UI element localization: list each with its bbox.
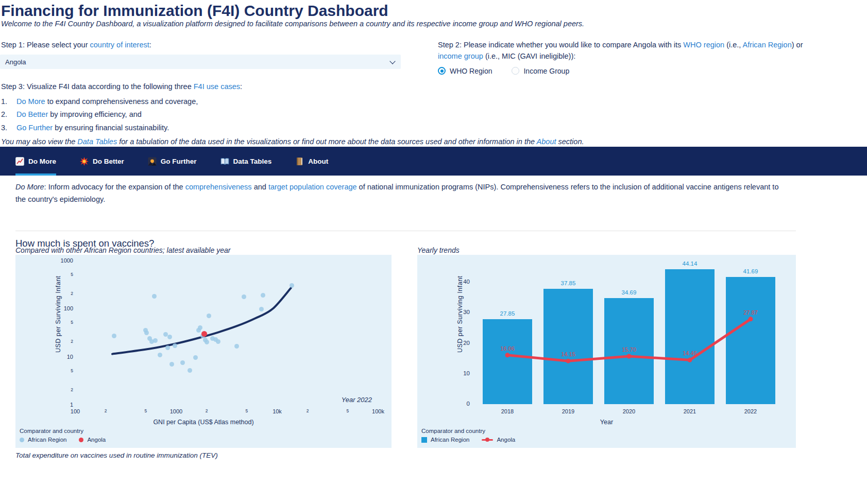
line-point-angola[interactable] [749,317,753,321]
tab-about[interactable]: About [295,147,328,176]
scatter-point-african-region[interactable] [169,362,174,367]
chart-increasing-icon [15,157,24,166]
scatter-chart: USD per Surviving Infant GNI per Capita … [15,255,392,448]
tab-go-further[interactable]: Go Further [148,147,197,176]
line-value-label: 27.87 [735,309,766,316]
bar-chart: USD per Surviving Infant Year Comparator… [417,255,796,448]
comparator-radio-group: WHO Region Income Group [438,67,805,75]
scatter-point-african-region[interactable] [152,294,157,299]
scatter-chart-title: Compared with other African Region count… [15,246,230,254]
radio-who-region[interactable]: WHO Region [438,67,492,75]
scatter-point-african-region[interactable] [165,345,170,350]
step3-section: Step 3: Visualize F4I data according to … [1,81,805,146]
scatter-caption: Total expenditure on vaccines used in ro… [15,451,218,459]
country-select-value: Angola [5,58,26,66]
scatter-point-african-region[interactable] [188,368,192,373]
radio-income-group[interactable]: Income Group [512,67,569,75]
scatter-point-african-region[interactable] [205,340,209,344]
chevron-down-icon [389,59,395,64]
line-point-angola[interactable] [688,358,692,362]
tab-data-tables[interactable]: Data Tables [220,147,272,176]
tab-do-more[interactable]: Do More [15,147,56,176]
angola-trend-line[interactable] [417,255,796,448]
trend-line [15,255,392,448]
main-navbar: Do More Do Better Go Further Data Tables… [0,147,867,176]
scatter-point-african-region[interactable] [167,335,172,339]
line-value-label: 15.70 [614,346,644,353]
scatter-point-african-region[interactable] [198,325,202,330]
use-case-item: 3. Go Further by ensuring financial sust… [1,124,805,132]
radio-unselected-icon[interactable] [512,67,519,75]
scatter-point-african-region[interactable] [216,339,220,344]
bar-chart-title: Yearly trends [417,246,460,254]
section-divider [15,231,796,231]
page-title: Financing for Immunization (F4I) Country… [1,2,388,20]
line-point-angola[interactable] [627,354,632,358]
page-subtitle: Welcome to the F4I Country Dashboard, a … [1,20,805,28]
step1-section: Step 1: Please select your country of in… [1,39,413,69]
scatter-point-african-region[interactable] [261,293,265,298]
scatter-point-african-region[interactable] [259,307,264,311]
collision-icon [80,157,89,166]
open-book-icon [220,157,229,166]
ledger-book-icon [295,157,304,166]
f4i-dashboard-page: Financing for Immunization (F4I) Country… [0,0,867,504]
scatter-point-african-region[interactable] [158,353,162,357]
step3-label: Step 3: Visualize F4I data according to … [1,81,805,92]
step1-label: Step 1: Please select your country of in… [1,39,413,50]
line-point-angola[interactable] [566,359,571,363]
sunrise-icon [148,157,157,166]
line-point-angola[interactable] [505,353,510,357]
line-value-label: 14.15 [553,351,584,357]
scatter-point-african-region[interactable] [153,338,158,343]
step2-label: Step 2: Please indicate whether you woul… [438,39,805,62]
scatter-point-african-region[interactable] [207,314,211,318]
radio-selected-icon[interactable] [438,67,446,75]
line-value-label: 14.46 [674,350,705,356]
line-value-label: 16.06 [492,345,523,352]
tab-description: Do More: Inform advocacy for the expansi… [15,181,791,206]
step2-section: Step 2: Please indicate whether you woul… [438,39,805,75]
data-tables-note: You may also view the Data Tables for a … [1,137,805,146]
scatter-point-african-region[interactable] [234,344,239,349]
use-case-item: 2. Do Better by improving efficiency, an… [1,110,805,118]
tab-do-better[interactable]: Do Better [80,147,124,176]
use-case-item: 1. Do More to expand comprehensiveness a… [1,97,805,106]
country-select[interactable]: Angola [0,55,401,69]
